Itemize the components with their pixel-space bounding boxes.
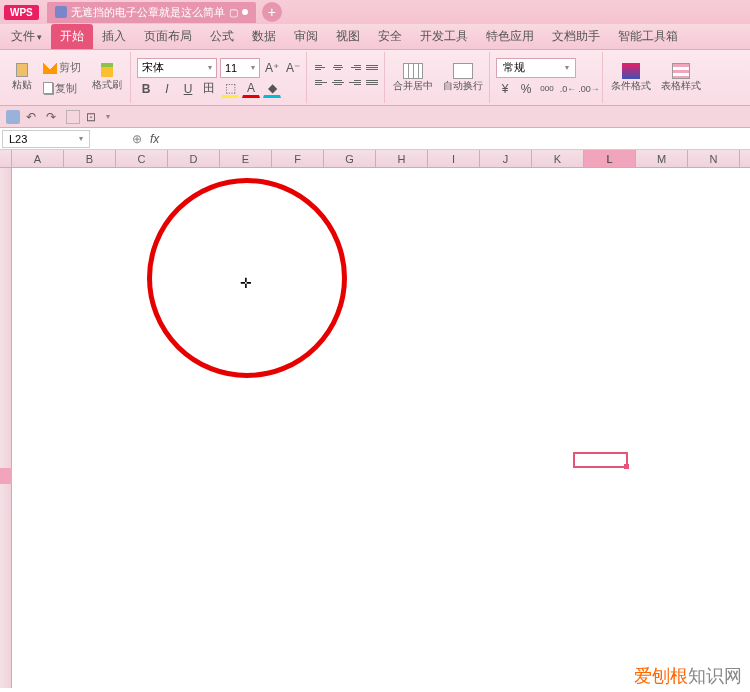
print-icon[interactable]	[66, 110, 80, 124]
row-headers	[0, 168, 12, 688]
col-header-F[interactable]: F	[272, 150, 324, 167]
col-header-N[interactable]: N	[688, 150, 740, 167]
increase-font-button[interactable]: A⁺	[263, 59, 281, 77]
column-headers: ABCDEFGHIJKLMN	[0, 150, 750, 168]
underline-button[interactable]: U	[179, 80, 197, 98]
align-top-left[interactable]	[313, 63, 329, 77]
undo-icon[interactable]: ↶	[26, 110, 40, 124]
menu-review[interactable]: 审阅	[285, 24, 327, 49]
fx-label[interactable]: fx	[150, 132, 159, 146]
align-left[interactable]	[313, 78, 329, 92]
font-name-select[interactable]: 宋体▾	[137, 58, 217, 78]
styles-group: 条件格式 表格样式	[605, 52, 707, 103]
col-header-L[interactable]: L	[584, 150, 636, 167]
font-color-button[interactable]: A	[242, 80, 260, 98]
menu-security[interactable]: 安全	[369, 24, 411, 49]
fx-search-icon[interactable]: ⊕	[132, 132, 142, 146]
cut-button[interactable]: 剪切	[39, 58, 85, 77]
auto-wrap-button[interactable]: 自动换行	[441, 61, 485, 95]
col-header-E[interactable]: E	[220, 150, 272, 167]
cursor-icon: ✛	[240, 275, 252, 291]
indent-decrease[interactable]	[364, 63, 380, 77]
document-tab[interactable]: 无遮挡的电子公章就是这么简单 ▢	[47, 2, 256, 23]
highlight-button[interactable]: ◆	[263, 80, 281, 98]
increase-decimal-button[interactable]: .00→	[580, 80, 598, 98]
wps-logo: WPS	[4, 5, 39, 20]
active-row-indicator	[0, 468, 12, 484]
table-style-icon	[672, 63, 690, 79]
menu-special[interactable]: 特色应用	[477, 24, 543, 49]
font-group: 宋体▾ 11▾ A⁺ A⁻ B I U 田 ⬚ A ◆	[133, 52, 307, 103]
menu-view[interactable]: 视图	[327, 24, 369, 49]
clipboard-group: 粘贴 剪切 复制 格式刷	[4, 52, 131, 103]
border-button[interactable]: 田	[200, 80, 218, 98]
formula-bar: L23 ▾ ⊕ fx	[0, 128, 750, 150]
redo-icon[interactable]: ↷	[46, 110, 60, 124]
name-box-dropdown[interactable]: ▾	[79, 134, 83, 143]
col-header-A[interactable]: A	[12, 150, 64, 167]
cut-icon	[43, 60, 57, 74]
menu-start[interactable]: 开始	[51, 24, 93, 49]
preview-icon[interactable]: ⊡	[86, 110, 100, 124]
name-box[interactable]: L23 ▾	[2, 130, 90, 148]
col-header-K[interactable]: K	[532, 150, 584, 167]
paste-button[interactable]: 粘贴	[8, 61, 36, 94]
number-group: 常规▾ ¥ % 000 .0← .00→	[492, 52, 603, 103]
col-header-H[interactable]: H	[376, 150, 428, 167]
paste-icon	[16, 63, 28, 77]
menu-insert[interactable]: 插入	[93, 24, 135, 49]
menu-formula[interactable]: 公式	[201, 24, 243, 49]
col-header-C[interactable]: C	[116, 150, 168, 167]
bold-button[interactable]: B	[137, 80, 155, 98]
fill-color-button[interactable]: ⬚	[221, 80, 239, 98]
save-icon[interactable]	[6, 110, 20, 124]
wrap-icon	[453, 63, 473, 79]
percent-button[interactable]: %	[517, 80, 535, 98]
col-header-J[interactable]: J	[480, 150, 532, 167]
title-bar: WPS 无遮挡的电子公章就是这么简单 ▢ +	[0, 0, 750, 24]
selected-cell[interactable]	[573, 452, 628, 468]
merge-icon	[403, 63, 423, 79]
align-center[interactable]	[330, 78, 346, 92]
doc-icon	[55, 6, 67, 18]
brush-icon	[101, 63, 113, 77]
merge-group: 合并居中 自动换行	[387, 52, 490, 103]
qat-dropdown[interactable]: ▾	[106, 112, 110, 121]
number-format-select[interactable]: 常规▾	[496, 58, 576, 78]
col-header-G[interactable]: G	[324, 150, 376, 167]
align-right[interactable]	[347, 78, 363, 92]
indent-increase[interactable]	[364, 78, 380, 92]
menu-bar: 文件▾ 开始 插入 页面布局 公式 数据 审阅 视图 安全 开发工具 特色应用 …	[0, 24, 750, 50]
watermark: 爱刨根知识网	[634, 664, 742, 688]
cond-format-button[interactable]: 条件格式	[609, 61, 653, 95]
decrease-font-button[interactable]: A⁻	[284, 59, 302, 77]
col-header-M[interactable]: M	[636, 150, 688, 167]
tab-comment-icon: ▢	[229, 7, 238, 18]
format-painter-button[interactable]: 格式刷	[88, 61, 126, 94]
col-header-B[interactable]: B	[64, 150, 116, 167]
menu-doc-helper[interactable]: 文档助手	[543, 24, 609, 49]
menu-data[interactable]: 数据	[243, 24, 285, 49]
sheet-area: ABCDEFGHIJKLMN ✛	[0, 150, 750, 688]
doc-title: 无遮挡的电子公章就是这么简单	[71, 5, 225, 20]
col-header-I[interactable]: I	[428, 150, 480, 167]
menu-page-layout[interactable]: 页面布局	[135, 24, 201, 49]
menu-file[interactable]: 文件▾	[2, 24, 51, 49]
select-all-corner[interactable]	[0, 150, 12, 167]
align-top-center[interactable]	[330, 63, 346, 77]
align-top-right[interactable]	[347, 63, 363, 77]
font-size-select[interactable]: 11▾	[220, 58, 260, 78]
grid[interactable]: ✛	[12, 168, 750, 688]
decrease-decimal-button[interactable]: .0←	[559, 80, 577, 98]
menu-dev[interactable]: 开发工具	[411, 24, 477, 49]
table-style-button[interactable]: 表格样式	[659, 61, 703, 95]
add-tab-button[interactable]: +	[262, 2, 282, 22]
copy-button[interactable]: 复制	[39, 79, 85, 98]
ribbon: 粘贴 剪切 复制 格式刷 宋体▾ 11▾ A⁺ A⁻ B I U 田 ⬚ A	[0, 50, 750, 106]
merge-center-button[interactable]: 合并居中	[391, 61, 435, 95]
italic-button[interactable]: I	[158, 80, 176, 98]
comma-button[interactable]: 000	[538, 80, 556, 98]
col-header-D[interactable]: D	[168, 150, 220, 167]
currency-button[interactable]: ¥	[496, 80, 514, 98]
menu-toolbox[interactable]: 智能工具箱	[609, 24, 687, 49]
